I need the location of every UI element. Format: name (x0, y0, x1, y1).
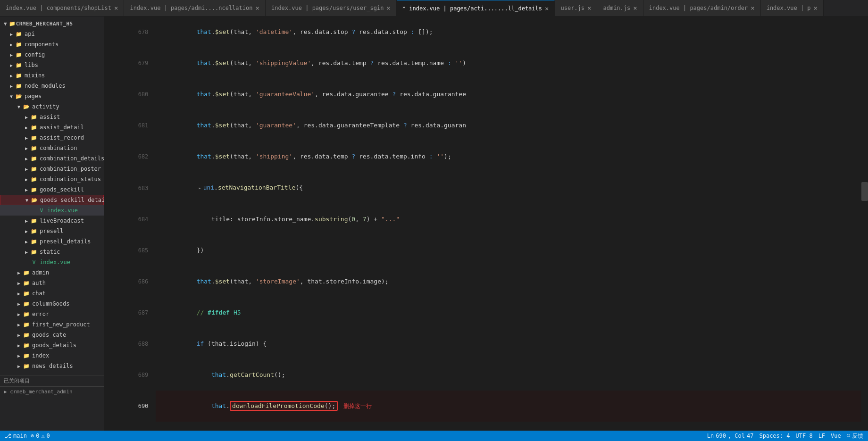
status-line-col[interactable]: Ln 690 , Col 47 (707, 433, 754, 439)
sidebar-item-assist-detail[interactable]: ▶ 📁 assist_detail (0, 122, 104, 133)
tab-6[interactable]: admin.js × (597, 0, 643, 16)
col-number-status: 47 (747, 433, 753, 439)
vue-icon: V (38, 208, 45, 214)
tab-2[interactable]: index.vue | pages/admi....ncellation × (124, 0, 266, 16)
folder-icon-mixins: 📁 (15, 73, 23, 79)
tab-7[interactable]: index.vue | pages/admin/order × (643, 0, 761, 16)
error-icon: ⊗ (31, 433, 34, 439)
encoding-label: UTF-8 (796, 433, 813, 439)
tab-7-close[interactable]: × (751, 4, 754, 12)
line-number-status: 690 (716, 433, 726, 439)
tab-3-close[interactable]: × (386, 4, 390, 12)
code-editor[interactable]: 678 that.$set(that, 'datetime', res.data… (104, 17, 861, 431)
status-feedback[interactable]: ☺ 反馈 (847, 432, 863, 440)
git-branch: main (13, 433, 27, 439)
folder-icon-admin: 📁 (23, 270, 30, 276)
status-encoding[interactable]: UTF-8 (796, 433, 813, 439)
folder-icon-api: 📁 (15, 31, 23, 37)
git-icon: ⎇ (5, 433, 11, 439)
sidebar-item-combination-status[interactable]: ▶ 📁 combination_status (0, 174, 104, 184)
admin-project-section[interactable]: ▶ crmeb_merchant_admin (0, 386, 104, 397)
tab-5-close[interactable]: × (587, 4, 591, 12)
sidebar-item-pages[interactable]: ▼ 📂 pages (0, 91, 104, 101)
tab-1-label: index.vue | components/shopList (6, 5, 111, 11)
sidebar-item-node-modules[interactable]: ▶ 📁 node_modules (0, 81, 104, 91)
sidebar-item-combination-details[interactable]: ▶ 📁 combination_details (0, 153, 104, 164)
tab-5[interactable]: user.js × (555, 0, 597, 16)
code-line-687: 687 // #ifdef H5 (104, 297, 861, 328)
sidebar-item-assist[interactable]: ▶ 📁 assist (0, 112, 104, 122)
sidebar-item-column-goods[interactable]: ▶ 📁 columnGoods (0, 299, 104, 309)
sidebar-item-components[interactable]: ▶ 📁 components (0, 39, 104, 50)
sidebar-item-goods-seckill[interactable]: ▶ 📁 goods_seckill (0, 184, 104, 195)
folder-icon-assist-detail: 📁 (30, 125, 38, 131)
tab-2-close[interactable]: × (256, 4, 259, 12)
vue-icon-pages: V (30, 259, 38, 266)
sidebar-item-auth[interactable]: ▶ 📁 auth (0, 278, 104, 288)
sidebar-item-index-vue-pages[interactable]: V index.vue (0, 257, 104, 267)
sidebar-item-live-broadcast[interactable]: ▶ 📁 liveBroadcast (0, 216, 104, 226)
status-language[interactable]: Vue (831, 433, 841, 439)
tab-5-label: user.js (560, 5, 584, 11)
code-line-686: 686 that.$set(that, 'storeImage', that.s… (104, 266, 861, 297)
scrollbar-thumb[interactable] (861, 182, 868, 201)
folder-icon-column-goods: 📁 (23, 301, 30, 307)
sidebar-item-news-details[interactable]: ▶ 📁 news_details (0, 361, 104, 371)
language-label: Vue (831, 433, 841, 439)
sidebar-item-goods-cate[interactable]: ▶ 📁 goods_cate (0, 330, 104, 340)
folder-icon-goods-seckill: 📁 (30, 187, 38, 193)
sidebar-item-combination[interactable]: ▶ 📁 combination (0, 143, 104, 153)
folder-icon-news-details: 📁 (23, 363, 30, 369)
code-line-685: 685 }) (104, 235, 861, 266)
sidebar-item-index-vue-goods-seckill[interactable]: V index.vue (0, 205, 104, 216)
sidebar-item-presell-details[interactable]: ▶ 📁 presell_details (0, 236, 104, 247)
sidebar-item-first-new-product[interactable]: ▶ 📁 first_new_product (0, 319, 104, 330)
folder-icon-components: 📁 (15, 42, 23, 48)
folder-icon-combination: 📁 (30, 145, 38, 151)
sidebar-item-activity[interactable]: ▼ 📂 activity (0, 101, 104, 112)
warning-icon: ⚠ (41, 433, 44, 439)
sidebar-item-index[interactable]: ▶ 📁 index (0, 350, 104, 361)
folder-icon-assist: 📁 (30, 114, 38, 120)
sidebar-item-combination-poster[interactable]: ▶ 📁 combination_poster (0, 164, 104, 174)
sidebar-item-goods-seckill-details[interactable]: ▼ 📂 goods_seckill_details (0, 195, 104, 205)
sidebar-item-presell[interactable]: ▶ 📁 presell (0, 226, 104, 236)
line-ending-label: LF (818, 433, 825, 439)
main-area: ▼ 📁 crmeb_merchant_h5 ▶ 📁 api ▶ 📁 compon… (0, 17, 868, 431)
status-git[interactable]: ⎇ main (5, 433, 27, 439)
sidebar-item-admin[interactable]: ▶ 📁 admin (0, 267, 104, 278)
sidebar-item-static[interactable]: ▶ 📁 static (0, 247, 104, 257)
tab-8[interactable]: index.vue | p × (761, 0, 824, 16)
scrollbar-track[interactable] (861, 17, 868, 431)
folder-icon-index: 📁 (23, 353, 30, 359)
sidebar-item-mixins[interactable]: ▶ 📁 mixins (0, 70, 104, 81)
status-errors[interactable]: ⊗ 0 ⚠ 0 (31, 433, 50, 439)
sidebar-item-goods-details[interactable]: ▶ 📁 goods_details (0, 340, 104, 350)
folder-icon-goods-details: 📁 (23, 342, 30, 349)
tab-7-label: index.vue | pages/admin/order (649, 5, 748, 11)
root-label: crmeb_merchant_h5 (16, 21, 73, 27)
sidebar-item-api[interactable]: ▶ 📁 api (0, 29, 104, 39)
feedback-label: 反馈 (852, 432, 863, 440)
tab-1-close[interactable]: × (114, 4, 118, 12)
sidebar-item-config[interactable]: ▶ 📁 config (0, 50, 104, 60)
status-spaces[interactable]: Spaces: 4 (759, 433, 790, 439)
sidebar-root[interactable]: ▼ 📁 crmeb_merchant_h5 (0, 18, 104, 29)
tab-4[interactable]: * index.vue | pages/acti.......ll_detail… (397, 0, 555, 16)
folder-icon-config: 📁 (15, 52, 23, 58)
code-line-680: 680 that.$set(that, 'guaranteeValue', re… (104, 79, 861, 110)
folder-icon-live-broadcast: 📁 (30, 218, 38, 224)
tab-1[interactable]: index.vue | components/shopList × (0, 0, 124, 16)
tab-8-close[interactable]: × (814, 4, 818, 12)
folder-icon-goods-seckill-details: 📂 (31, 197, 38, 203)
sidebar-item-libs[interactable]: ▶ 📁 libs (0, 60, 104, 70)
tab-6-close[interactable]: × (633, 4, 637, 12)
tab-3[interactable]: index.vue | pages/users/user_sgin × (266, 0, 397, 16)
tab-4-close[interactable]: × (545, 5, 549, 12)
closed-projects-section[interactable]: 已关闭项目 (0, 375, 104, 386)
sidebar-item-error[interactable]: ▶ 📁 error (0, 309, 104, 319)
sidebar-item-assist-record[interactable]: ▶ 📁 assist_record (0, 133, 104, 143)
sidebar-item-chat[interactable]: ▶ 📁 chat (0, 288, 104, 299)
status-line-ending[interactable]: LF (818, 433, 825, 439)
tab-8-label: index.vue | p (767, 5, 811, 11)
